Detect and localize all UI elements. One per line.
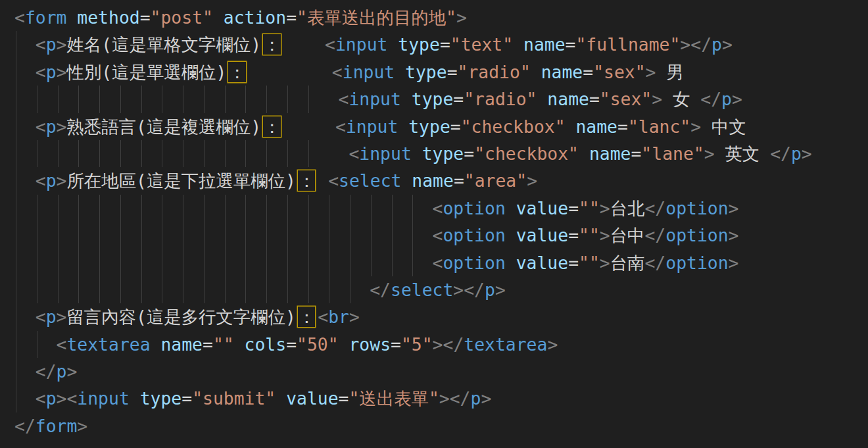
code-token-pun: > [722, 34, 733, 55]
indent-guide [183, 195, 183, 222]
code-editor[interactable]: <form method="post" action="表單送出的目的地"> <… [0, 0, 868, 448]
code-token-attr: name [575, 116, 617, 137]
code-token-pun: < [36, 62, 46, 82]
indent-guide [78, 276, 79, 303]
code-token-tag: p [46, 62, 57, 82]
indent-guide [225, 249, 226, 276]
indent-guide [412, 249, 413, 276]
code-token-pun: > [456, 7, 467, 28]
code-token-tag: br [328, 307, 349, 327]
code-token-pun: > [57, 34, 67, 55]
code-token-pun: > [481, 388, 491, 409]
indent-guide [37, 222, 37, 249]
code-token-pun: > [652, 89, 662, 109]
code-token-txt [506, 198, 516, 218]
code-token-txt [387, 34, 398, 55]
indent-guide [78, 222, 79, 249]
code-token-pun: > [57, 307, 67, 327]
code-token-pun: < [332, 62, 343, 82]
code-token-pun: > [600, 253, 610, 273]
indent-guide [58, 276, 59, 303]
code-token-txt: = [566, 34, 576, 55]
code-token-tag: input [335, 34, 387, 55]
code-token-txt [579, 143, 589, 164]
code-token-str: "送出表單" [349, 388, 439, 409]
indent-guide [287, 86, 288, 112]
code-token-str: "area" [464, 170, 527, 191]
indent-guide [141, 249, 142, 276]
leading-whitespace [14, 334, 57, 355]
code-token-txt [318, 170, 328, 191]
code-token-pun: > [646, 62, 656, 82]
indent-guide [350, 195, 350, 222]
code-token-tag: p [711, 34, 722, 55]
leading-whitespace [14, 361, 36, 382]
indent-guide [308, 140, 309, 167]
code-token-txt: = [583, 62, 593, 82]
indent-guide [392, 249, 393, 276]
indent-guide [58, 140, 59, 167]
indent-guide [287, 249, 288, 276]
leading-whitespace [14, 116, 36, 137]
indent-guide [16, 249, 16, 276]
code-line: </select></p> [14, 276, 868, 303]
indent-guide [204, 140, 205, 167]
indent-guide [78, 86, 79, 112]
code-token-tag: p [46, 388, 57, 409]
code-token-str: "表單送出的目的地" [297, 7, 456, 28]
indent-guide [162, 195, 162, 222]
indent-guide [350, 249, 350, 276]
indent-guide [225, 276, 226, 303]
code-token-txt [566, 116, 576, 137]
code-token-tag: p [46, 34, 57, 55]
code-token-str: "" [213, 334, 234, 355]
indent-guide [58, 222, 59, 249]
indent-guide [245, 249, 246, 276]
code-token-attr: name [412, 170, 454, 191]
code-token-pun: ></ [680, 34, 711, 55]
code-token-pun: < [433, 253, 443, 273]
indent-guide [245, 222, 246, 249]
code-token-pun: ></ [439, 388, 471, 409]
code-token-pun: < [335, 116, 346, 137]
indent-guide [371, 222, 372, 249]
leading-whitespace [14, 143, 349, 164]
indent-guide [162, 276, 162, 303]
indent-guide [225, 140, 226, 167]
code-token-tag: select [339, 170, 401, 191]
indent-guide [99, 249, 100, 276]
code-token-txt: 性別(這是單選欄位) [66, 62, 226, 82]
code-line: </p> [14, 358, 868, 385]
unicode-highlight-colon: ： [298, 170, 315, 191]
code-token-txt: 英文 [715, 143, 771, 164]
indent-guide [78, 249, 79, 276]
indent-guide [245, 140, 246, 167]
code-token-pun: > [729, 253, 739, 273]
code-token-attr: type [140, 388, 182, 409]
indent-guide [392, 195, 393, 222]
indent-guide [350, 276, 350, 303]
code-token-str: "radio" [464, 89, 537, 109]
code-line: <option value="">台中</option> [14, 222, 868, 249]
code-token-txt [401, 170, 412, 191]
code-token-pun: </ [644, 225, 665, 245]
code-token-tag: p [57, 361, 67, 382]
code-token-pun: < [325, 34, 335, 55]
code-token-attr: value [516, 225, 568, 245]
indent-guide [120, 276, 121, 303]
indent-guide [16, 358, 16, 385]
code-token-txt: = [391, 334, 401, 355]
code-token-pun: > [349, 307, 360, 327]
indent-guide [266, 140, 267, 167]
leading-whitespace [14, 280, 370, 300]
indent-guide [16, 331, 16, 358]
indent-guide [99, 195, 100, 222]
code-token-pun: < [14, 7, 25, 28]
code-token-txt [151, 334, 161, 355]
code-token-tag: textarea [464, 334, 547, 355]
code-token-pun: > [495, 280, 506, 300]
code-token-pun: > [600, 225, 610, 245]
code-token-txt [276, 388, 286, 409]
code-token-txt [283, 116, 335, 137]
code-token-txt: = [617, 116, 628, 137]
